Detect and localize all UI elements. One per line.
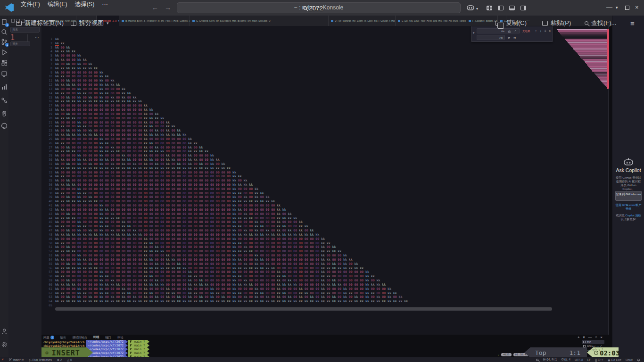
panel-tab-label: 端口 [105,336,111,340]
whole-word-toggle[interactable]: ab [508,30,511,33]
restore-icon[interactable] [625,6,629,10]
layout-secondary-sidebar-icon[interactable] [520,6,526,10]
status-left-item-2[interactable]: ▷ Run Testcases [29,358,52,362]
konsole-split-view-button[interactable]: 拆分视图 ▾ [71,19,109,27]
run-debug-icon[interactable] [0,49,8,56]
extensions-icon[interactable] [0,59,8,66]
status-right-item-6[interactable]: {} C++ [595,358,603,362]
buffer-line-59: kk 00 kk 00 00 00 00 00 kk 00 kk 00 00 0… [55,279,408,283]
menu-item-0[interactable]: 文件(F) [17,0,44,9]
workspace-search-overlay[interactable]: 2072 [303,3,323,13]
panel-tab-label: 问题 [43,336,50,340]
buffer-line-49: kk 00 00 00 00 00 00 00 00 00 00 00 00 0… [55,237,408,241]
replace-icon[interactable]: ⇄ [508,36,510,39]
editor-tab-5[interactable]: C_Creating_Keys_for_StORages_Has_Become_… [190,16,329,26]
buffer-line-48: kk kk kk kk kk kk kk kk kk kk kk kk kk k… [55,233,408,237]
close-icon[interactable]: × [549,29,551,33]
horizontal-scrollbar[interactable] [55,307,552,311]
status-left-item-3[interactable]: ⊗ 2 [57,358,62,362]
status-left-item-1[interactable]: main* ⟳ [9,358,24,362]
vscode-logo-icon[interactable] [5,3,14,12]
status-right-item-4[interactable]: UTF-8 [575,358,583,362]
buffer-line-13: kk 00 00 00 kk 00 00 00 kk 00 00 00 kk [55,87,408,91]
search-sidebar: 搜索 替换 1 ⋯ [8,26,41,357]
back-arrow-icon[interactable]: ← [152,4,158,11]
buffer-line-27: kk 00 kk 00 00 00 00 00 kk 00 kk 00 00 0… [55,146,408,150]
layout-customize-icon[interactable] [487,6,492,10]
menu-item-3[interactable]: ··· [98,0,112,9]
buffer-line-43: kk 00 kk 00 00 00 00 00 kk 00 kk 00 00 0… [55,212,408,216]
editor-tab-4[interactable]: B_Having_Been_a_Treasurer_in_the_Past_I_… [119,16,190,26]
konsole-copy-button[interactable]: 复制(C) [495,19,527,27]
panel-control-2[interactable]: ▾ [583,335,585,339]
nvim-editor[interactable]: 1234567891011121314151617181920212223242… [41,26,609,335]
replace-all-icon[interactable]: ⇉ [513,36,516,39]
status-right-item-9[interactable] [637,358,640,362]
test-chart-icon[interactable] [0,83,8,91]
account-icon[interactable] [0,328,8,335]
panel-control-5[interactable]: × [600,335,603,339]
preserve-case-toggle[interactable]: AB [499,36,503,39]
minimize-icon[interactable]: — [606,4,612,11]
minimap[interactable] [557,29,608,89]
remote-indicator[interactable]: ⚡ [1,358,4,362]
layout-sidebar-icon[interactable] [498,6,504,10]
references-icon[interactable] [0,97,8,104]
status-right-item-2[interactable]: 行 64, 列 1 [543,358,557,362]
status-right-item-3[interactable]: 空格: 4 [561,358,570,362]
status-right-item-1[interactable] [536,359,538,361]
konsole-new-tab-button[interactable]: 新建标签页(N) [16,19,64,27]
ghe-signin-link[interactable]: 使用 GHE.com 帐户登录 [615,203,642,211]
new-tab-label: 新建标签页(N) [25,19,64,27]
panel-control-3[interactable]: — [588,335,592,339]
forward-arrow-icon[interactable]: → [165,4,171,11]
find-input[interactable] [477,28,520,33]
explorer-icon[interactable]: 1 [0,18,8,26]
close-icon[interactable]: × [635,4,639,11]
editor-tab-6[interactable]: D_For_Wizards_the_Exam_Is_Easy_but_I_Cou… [329,16,396,26]
buffer-line-8: kk kk kk kk kk kk kk kk [55,66,408,71]
status-right-item-7[interactable]: ◉ Go Live [608,358,621,362]
copilot-walkthrough-link[interactable]: Copilot 演练 [625,214,641,217]
source-control-icon[interactable]: 1 [0,38,8,46]
github-icon[interactable] [0,122,8,130]
chevron-collapse-icon[interactable]: ▾ [473,31,475,35]
editor-tab-8[interactable]: F_Goodbye_Bocchi_Life.cppU [466,16,498,26]
settings-gear-icon[interactable] [0,341,8,348]
github-signin-button[interactable]: 登录到 GitHub.com [615,191,642,201]
regex-toggle[interactable]: .* [514,30,516,33]
arrow-up-icon[interactable]: ↑ [535,29,537,33]
editor-tab-7[interactable]: E_Do_You_Love_Your_Hero_and_His_Two_Hit_… [396,16,466,26]
search-icon[interactable] [0,28,8,36]
menu-item-1[interactable]: 编辑(E) [44,0,71,9]
status-right-item-8[interactable]: Linux [626,358,633,362]
copilot-icon[interactable] [467,4,474,11]
more-actions-icon[interactable]: ⋯ [35,35,39,40]
konsole-find-button[interactable]: 查找(F)... [585,19,616,27]
buffer-line-15: kk 00 kk 00 kk 00 kk 00 kk 00 kk 00 kk 0… [55,96,408,100]
hamburger-menu-icon[interactable]: ≡ [630,19,635,27]
selection-find-icon[interactable]: ≡ [545,29,546,32]
panel-control-1[interactable]: + [578,335,580,339]
sidebar-search-input[interactable]: 搜索 [10,27,40,33]
menu-item-2[interactable]: 选择(S) [71,0,99,9]
terminal-list-item-1[interactable]: zsh [582,340,604,344]
status-right-item-5[interactable]: LF [587,358,591,362]
text-buffer[interactable]: kkkk kkkk 00 kkkk kk kk kkkk 00 00 00 kk… [55,37,408,308]
remote-explorer-icon[interactable] [0,70,8,78]
chevron-down-icon[interactable]: ▾ [616,5,618,10]
chevron-down-icon[interactable]: ▾ [476,7,478,11]
tab-label: B_Having_Been_a_Treasurer_in_the_Past_I_… [125,19,190,22]
arrow-down-icon[interactable]: ↓ [540,29,542,33]
panel-control-4[interactable]: ^ [595,335,597,339]
clock-icon [594,351,598,355]
sidebar-replace-input[interactable]: 替换 [10,41,30,46]
layout-panel-icon[interactable] [509,6,515,10]
match-case-toggle[interactable]: Aa [501,30,504,33]
hand-icon[interactable] [0,110,8,117]
buffer-line-30: kk kk 00 00 kk kk 00 00 kk kk 00 00 kk k… [55,158,408,162]
status-left-item-4[interactable]: △ 0 [67,358,72,362]
konsole-paste-button[interactable]: 粘贴(P) [542,19,571,27]
buffer-line-40: kk kk kk kk kk kk kk kk 00 00 00 00 00 0… [55,199,408,204]
buffer-line-52: kk kk kk kk 00 00 00 00 00 00 00 00 00 0… [55,249,408,254]
